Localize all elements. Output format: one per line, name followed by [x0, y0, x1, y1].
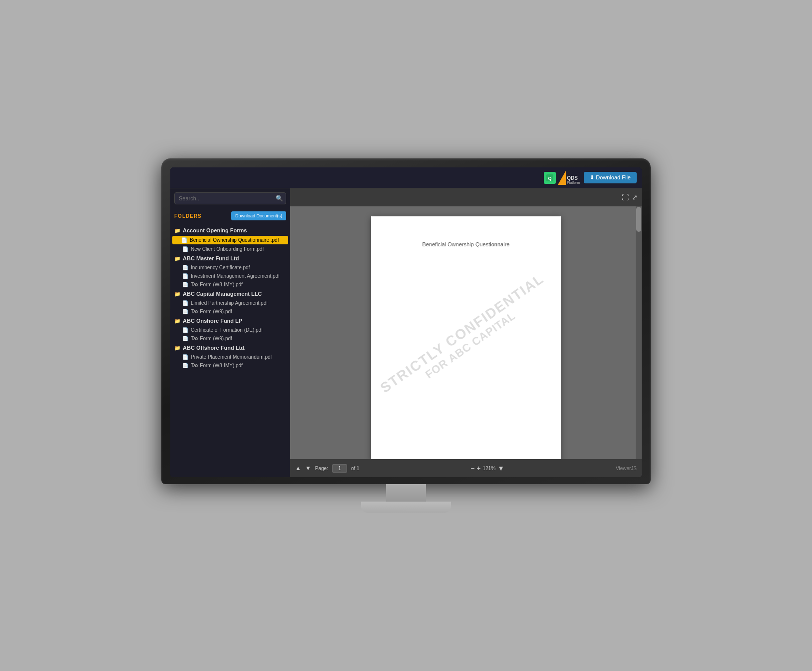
pdf-watermark: STRICTLY CONFIDENTIAL FOR ABC CAPITAL: [378, 271, 554, 407]
zoom-in-button[interactable]: +: [477, 464, 481, 472]
monitor-base: [361, 502, 451, 513]
pdf-icon: 📄: [182, 273, 188, 279]
folder-tree: 📁 Account Opening Forms 📄 Beneficial Own…: [170, 223, 290, 477]
pdf-icon: 📄: [182, 363, 188, 368]
file-limited-partnership-agreement[interactable]: 📄 Limited Partnership Agreement.pdf: [170, 299, 290, 307]
folder-name: ABC Onshore Fund LP: [183, 318, 242, 324]
pdf-content-area[interactable]: Beneficial Ownership Questionnaire STRIC…: [290, 206, 642, 459]
file-private-placement-memorandum[interactable]: 📄 Private Placement Memorandum.pdf: [170, 353, 290, 361]
file-name: Tax Form (W8-IMY).pdf: [191, 363, 243, 368]
logo-qds-text: QDS Platform: [567, 175, 580, 185]
folder-name: ABC Master Fund Ltd: [183, 255, 239, 261]
file-name: Incumbency Certificate.pdf: [191, 265, 250, 270]
pdf-icon: 📄: [182, 246, 188, 252]
pdf-bottom-bar: ▲ ▼ Page: of 1 − + 121% ▼ ViewerJS: [290, 459, 642, 477]
pdf-icon: 📄: [181, 237, 187, 243]
page-next-button[interactable]: ▼: [305, 465, 311, 472]
svg-text:Q: Q: [548, 176, 552, 181]
folder-icon: 📁: [174, 228, 180, 233]
folder-account-opening-forms[interactable]: 📁 Account Opening Forms: [170, 225, 290, 235]
logo-triangle-icon: [558, 171, 566, 185]
pdf-icon: 📄: [182, 336, 188, 341]
pdf-icon: 📄: [182, 309, 188, 314]
file-certificate-of-formation[interactable]: 📄 Certificate of Formation (DE).pdf: [170, 326, 290, 334]
sidebar: 🔍 FOLDERS Download Document(s) 📁 Account…: [170, 188, 290, 477]
folder-abc-master-fund[interactable]: 📁 ABC Master Fund Ltd: [170, 253, 290, 263]
folder-abc-onshore-fund[interactable]: 📁 ABC Onshore Fund LP: [170, 316, 290, 326]
download-documents-button[interactable]: Download Document(s): [231, 211, 286, 220]
search-input[interactable]: [174, 192, 286, 204]
monitor-neck: [386, 484, 426, 502]
file-new-client-onboarding[interactable]: 📄 New Client Onboarding Form.pdf: [170, 245, 290, 253]
search-area: 🔍: [170, 188, 290, 208]
file-tax-form-w8-imy-1[interactable]: 📄 Tax Form (W8-IMY).pdf: [170, 280, 290, 289]
pdf-viewer: ⛶ ⤢ Beneficial Ownership Questionnaire S…: [290, 188, 642, 477]
pdf-document-title: Beneficial Ownership Questionnaire: [422, 241, 510, 247]
zoom-out-button[interactable]: −: [470, 464, 474, 472]
file-name: New Client Onboarding Form.pdf: [191, 246, 264, 252]
folders-label: FOLDERS: [174, 213, 202, 219]
pdf-icon: 📄: [182, 327, 188, 333]
zoom-control: − + 121% ▼: [470, 464, 504, 472]
sidebar-header: FOLDERS Download Document(s): [170, 208, 290, 223]
zoom-level: 121%: [483, 466, 496, 471]
folder-icon: 📁: [174, 256, 180, 261]
download-file-button[interactable]: ⬇ Download File: [584, 172, 637, 183]
file-name: Beneficial Ownership Questionnaire .pdf: [190, 237, 279, 243]
file-incumbency-certificate[interactable]: 📄 Incumbency Certificate.pdf: [170, 263, 290, 272]
logo-green-icon: Q: [544, 172, 556, 184]
watermark-line1: STRICTLY CONFIDENTIAL: [378, 271, 547, 396]
file-name: Investment Management Agreement.pdf: [191, 273, 280, 279]
search-icon-button[interactable]: 🔍: [276, 195, 283, 202]
pdf-icon: 📄: [182, 265, 188, 270]
top-bar: Q QDS Platform ⬇ Download File: [170, 167, 642, 188]
file-tax-form-w9-1[interactable]: 📄 Tax Form (W9).pdf: [170, 307, 290, 316]
pdf-page: Beneficial Ownership Questionnaire STRIC…: [371, 216, 561, 459]
monitor-wrapper: Q QDS Platform ⬇ Download File: [161, 158, 651, 513]
folder-abc-capital-management[interactable]: 📁 ABC Capital Management LLC: [170, 289, 290, 299]
file-name: Tax Form (W9).pdf: [191, 309, 232, 314]
pdf-icon: 📄: [182, 300, 188, 306]
watermark-line2: FOR ABC CAPITAL: [387, 284, 554, 407]
file-name: Tax Form (W8-IMY).pdf: [191, 282, 243, 287]
file-name: Private Placement Memorandum.pdf: [191, 354, 272, 360]
pdf-toolbar: ⛶ ⤢: [290, 188, 642, 206]
folder-name: Account Opening Forms: [183, 227, 247, 233]
fullscreen-icon[interactable]: ⛶: [622, 193, 629, 201]
pdf-icon: 📄: [182, 354, 188, 360]
logo-area: Q QDS Platform: [544, 171, 580, 185]
folder-icon: 📁: [174, 291, 180, 297]
folder-icon: 📁: [174, 318, 180, 324]
zoom-reset-button[interactable]: ▼: [497, 464, 504, 472]
viewerjs-label: ViewerJS: [616, 466, 637, 471]
search-input-wrapper: 🔍: [174, 192, 286, 204]
pdf-scrollbar-track[interactable]: [636, 206, 642, 459]
expand-icon[interactable]: ⤢: [632, 193, 638, 201]
file-tax-form-w8-imy-2[interactable]: 📄 Tax Form (W8-IMY).pdf: [170, 361, 290, 370]
monitor-screen-border: Q QDS Platform ⬇ Download File: [161, 158, 651, 484]
page-number-input[interactable]: [332, 464, 347, 473]
folder-icon: 📁: [174, 345, 180, 351]
folder-abc-offshore-fund[interactable]: 📁 ABC Offshore Fund Ltd.: [170, 343, 290, 353]
file-name: Tax Form (W9).pdf: [191, 336, 232, 341]
folder-name: ABC Capital Management LLC: [183, 291, 262, 297]
pdf-scrollbar-thumb: [636, 207, 641, 232]
file-investment-management-agreement[interactable]: 📄 Investment Management Agreement.pdf: [170, 272, 290, 280]
page-prev-button[interactable]: ▲: [295, 465, 301, 472]
file-tax-form-w9-2[interactable]: 📄 Tax Form (W9).pdf: [170, 334, 290, 343]
logo-triangle-text: QDS Platform: [558, 171, 580, 185]
folder-name: ABC Offshore Fund Ltd.: [183, 345, 246, 351]
file-beneficial-ownership[interactable]: 📄 Beneficial Ownership Questionnaire .pd…: [172, 236, 288, 244]
pdf-icon: 📄: [182, 282, 188, 287]
page-label: Page:: [315, 466, 328, 471]
page-of-label: of 1: [351, 466, 360, 471]
file-name: Certificate of Formation (DE).pdf: [191, 327, 263, 333]
main-content: 🔍 FOLDERS Download Document(s) 📁 Account…: [170, 188, 642, 477]
file-name: Limited Partnership Agreement.pdf: [191, 300, 268, 306]
monitor-screen: Q QDS Platform ⬇ Download File: [170, 167, 642, 477]
